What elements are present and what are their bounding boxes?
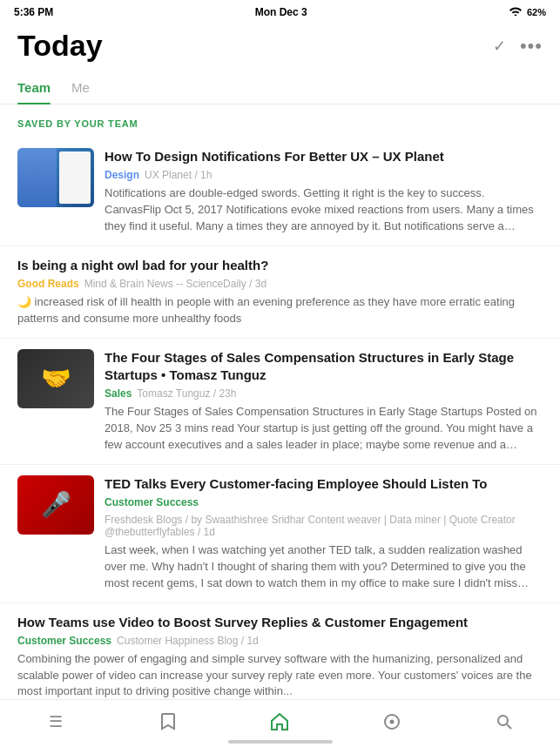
article-meta: Good Reads Mind & Brain News -- ScienceD… <box>17 278 543 290</box>
article-meta: Sales Tomasz Tunguz / 23h <box>105 387 543 400</box>
article-meta: Design UX Planet / 1h <box>105 169 543 181</box>
article-source: Mind & Brain News -- ScienceDaily / 3d <box>84 278 267 290</box>
article-title: TED Talks Every Customer-facing Employee… <box>105 475 543 493</box>
article-thumbnail <box>17 475 94 535</box>
nav-search[interactable] <box>487 709 522 735</box>
article-description: Combining the power of engaging and simp… <box>17 651 543 701</box>
svg-point-2 <box>391 721 394 723</box>
status-bar: 5:36 PM Mon Dec 3 62% <box>0 0 560 22</box>
article-tag: Good Reads <box>17 278 79 290</box>
article-content: The Four Stages of Sales Compensation St… <box>105 349 543 454</box>
wifi-icon <box>509 5 523 18</box>
article-description: Notifications are double-edged swords. G… <box>105 185 543 235</box>
article-tag: Customer Success <box>17 635 111 647</box>
list-item[interactable]: TED Talks Every Customer-facing Employee… <box>0 465 560 603</box>
article-title: How Teams use Video to Boost Survey Repl… <box>17 614 543 631</box>
list-item[interactable]: The Four Stages of Sales Compensation St… <box>0 339 560 465</box>
article-title: How To Design Notifications For Better U… <box>105 148 543 165</box>
status-icons: 62% <box>509 5 546 18</box>
header: Today ✓ ••• <box>0 22 560 73</box>
article-description: The Four Stages of Sales Compensation St… <box>105 404 543 454</box>
nav-home[interactable] <box>262 709 297 735</box>
list-item[interactable]: How Teams use Video to Boost Survey Repl… <box>0 603 560 712</box>
article-content: How Teams use Video to Boost Survey Repl… <box>17 614 543 701</box>
tabs-container: Team Me <box>0 73 560 104</box>
article-thumbnail <box>17 148 94 207</box>
header-actions: ✓ ••• <box>493 35 543 57</box>
article-meta: Customer Success Customer Happiness Blog… <box>17 635 543 647</box>
svg-marker-0 <box>272 714 287 730</box>
tab-me[interactable]: Me <box>71 73 90 104</box>
article-source: UX Planet / 1h <box>145 169 212 181</box>
article-thumbnail <box>17 349 94 408</box>
article-tag: Design <box>105 169 139 181</box>
status-time: 5:36 PM <box>14 6 53 18</box>
article-tag: Sales <box>105 387 132 400</box>
article-content: How To Design Notifications For Better U… <box>105 148 543 235</box>
list-item[interactable]: How To Design Notifications For Better U… <box>0 138 560 246</box>
list-item[interactable]: Is being a night owl bad for your health… <box>0 246 560 339</box>
nav-compass[interactable] <box>374 709 409 735</box>
scroll-content: SAVED BY YOUR TEAM How To Design Notific… <box>0 104 560 730</box>
article-source: Tomasz Tunguz / 23h <box>137 387 236 400</box>
svg-line-4 <box>507 724 511 729</box>
article-source: Customer Happiness Blog / 1d <box>117 635 259 647</box>
status-date: Mon Dec 3 <box>255 6 307 18</box>
article-title: The Four Stages of Sales Compensation St… <box>105 349 543 385</box>
battery-icon: 62% <box>527 7 546 17</box>
article-source: Freshdesk Blogs / by Swaathishree Sridha… <box>105 514 543 538</box>
tab-team[interactable]: Team <box>17 73 51 104</box>
nav-bookmark[interactable] <box>151 709 186 735</box>
nav-menu[interactable]: ☰ <box>38 709 73 735</box>
home-indicator <box>228 740 333 744</box>
article-meta: Customer Success Freshdesk Blogs / by Sw… <box>105 496 543 538</box>
svg-point-3 <box>498 716 508 725</box>
article-description: Last week, when I was watching yet anoth… <box>105 542 543 592</box>
article-content: TED Talks Every Customer-facing Employee… <box>105 475 543 592</box>
article-tag: Customer Success <box>105 496 199 508</box>
article-content: Is being a night owl bad for your health… <box>17 257 543 327</box>
page-title: Today <box>17 29 103 63</box>
article-title: Is being a night owl bad for your health… <box>17 257 543 274</box>
check-icon[interactable]: ✓ <box>493 37 506 56</box>
section-label-saved: SAVED BY YOUR TEAM <box>0 104 560 138</box>
article-description: 🌙 increased risk of ill health in people… <box>17 294 543 327</box>
more-icon[interactable]: ••• <box>520 35 543 57</box>
